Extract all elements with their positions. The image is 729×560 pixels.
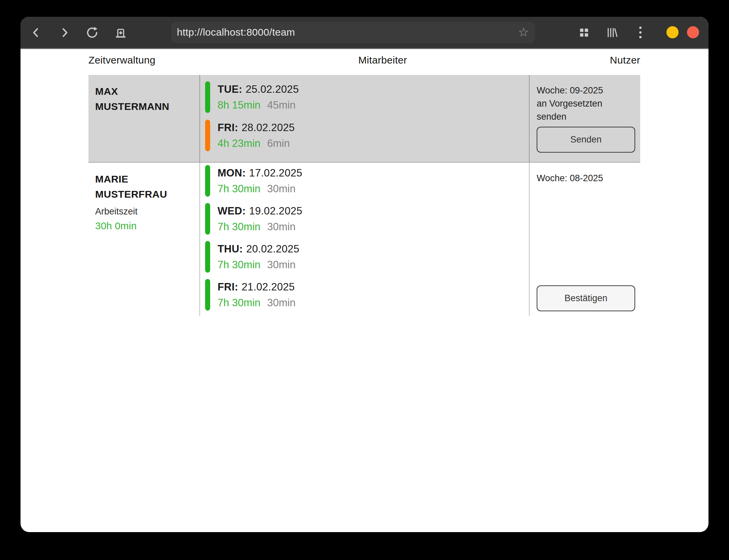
entry-date: 17.02.2025: [249, 167, 302, 179]
new-tab-button[interactable]: [113, 25, 128, 40]
employee-name: MARIE: [95, 171, 196, 187]
address-bar[interactable]: http://localhost:8000/team ☆: [171, 22, 535, 43]
back-icon: [30, 26, 42, 39]
entry-date: 28.02.2025: [241, 122, 295, 133]
forward-button[interactable]: [57, 25, 72, 40]
time-entry: FRI:21.02.2025 7h 30min30min: [205, 279, 529, 311]
browser-toolbar: http://localhost:8000/team ☆: [21, 17, 708, 49]
employee-name: MAX: [95, 84, 196, 99]
table-row-max-mustermann: MAX MUSTERMANN TUE:25.02.2025 8h 15min45…: [88, 75, 640, 163]
entry-worked-time: 7h 30min: [218, 259, 261, 271]
library-icon: [606, 27, 618, 39]
entry-date: 25.02.2025: [246, 83, 299, 95]
entry-day: WED:: [218, 205, 246, 217]
time-entries-cell: MON:17.02.2025 7h 30min30min WED:19.02.2…: [199, 163, 530, 316]
close-button[interactable]: [687, 26, 699, 38]
week-label: Woche: 09-2025: [537, 84, 635, 97]
worktime-value: 30h 0min: [95, 220, 196, 232]
new-tab-icon: [114, 26, 127, 39]
entry-worked-time: 7h 30min: [218, 297, 261, 309]
time-entry: MON:17.02.2025 7h 30min30min: [205, 165, 529, 197]
bestaetigen-button[interactable]: Bestätigen: [537, 285, 635, 311]
entry-pause-time: 30min: [267, 297, 296, 309]
library-button[interactable]: [604, 25, 620, 40]
time-entry: TUE:25.02.2025 8h 15min45min: [205, 81, 529, 113]
entry-pause-time: 30min: [267, 183, 296, 195]
entry-worked-time: 7h 30min: [218, 183, 261, 195]
entry-date: 20.02.2025: [246, 243, 299, 255]
status-bar-green: [205, 279, 210, 311]
week-label: Woche: 08-2025: [537, 172, 635, 185]
time-entry: WED:19.02.2025 7h 30min30min: [205, 203, 529, 235]
entry-day: FRI:: [218, 122, 238, 133]
entry-date: 19.02.2025: [249, 205, 302, 217]
page-content: Zeitverwaltung Mitarbeiter Nutzer MAX MU…: [21, 49, 708, 316]
forward-icon: [58, 26, 71, 39]
minimize-button[interactable]: [666, 26, 679, 38]
top-nav: Zeitverwaltung Mitarbeiter Nutzer: [88, 52, 640, 68]
back-button[interactable]: [28, 25, 44, 40]
url-text: http://localhost:8000/team: [177, 27, 295, 38]
grid-icon: [580, 29, 588, 37]
worktime-label: Arbeitszeit: [95, 206, 196, 217]
entry-day: MON:: [218, 167, 246, 179]
status-bar-orange: [205, 120, 210, 151]
entry-date: 21.02.2025: [241, 281, 295, 293]
time-entry: THU:20.02.2025 7h 30min30min: [205, 241, 529, 273]
entry-day: THU:: [218, 243, 243, 255]
bookmark-star-icon[interactable]: ☆: [518, 26, 529, 38]
nav-item-nutzer[interactable]: Nutzer: [610, 54, 640, 66]
employee-name-cell: MAX MUSTERMANN: [88, 75, 199, 162]
entry-pause-time: 30min: [267, 259, 296, 271]
senden-button[interactable]: Senden: [537, 127, 635, 153]
entry-pause-time: 6min: [267, 137, 290, 149]
entry-pause-time: 45min: [267, 99, 296, 111]
menu-button[interactable]: [632, 25, 648, 40]
week-cell: Woche: 09-2025 an Vorgesetzten senden Se…: [530, 75, 640, 162]
entry-day: TUE:: [218, 83, 242, 95]
table-row-marie-musterfrau: MARIE MUSTERFRAU Arbeitszeit 30h 0min MO…: [88, 163, 640, 316]
entry-worked-time: 8h 15min: [218, 99, 261, 111]
employee-name-cell: MARIE MUSTERFRAU Arbeitszeit 30h 0min: [88, 163, 199, 316]
time-entries-cell: TUE:25.02.2025 8h 15min45min FRI:28.02.2…: [199, 75, 530, 162]
entry-worked-time: 7h 30min: [218, 221, 261, 233]
entry-worked-time: 4h 23min: [218, 137, 261, 149]
browser-window: http://localhost:8000/team ☆ Zeitverwalt…: [21, 17, 708, 532]
reload-icon: [85, 26, 99, 39]
page-title: Zeitverwaltung: [88, 54, 155, 66]
extensions-grid-button[interactable]: [576, 25, 592, 40]
reload-button[interactable]: [84, 25, 100, 40]
status-bar-green: [205, 165, 210, 197]
employee-table: MAX MUSTERMANN TUE:25.02.2025 8h 15min45…: [88, 75, 640, 316]
status-bar-green: [205, 203, 210, 235]
status-bar-green: [205, 241, 210, 273]
status-bar-green: [205, 81, 210, 113]
time-entry: FRI:28.02.2025 4h 23min6min: [205, 120, 529, 151]
menu-kebab-icon: [639, 27, 642, 38]
entry-pause-time: 30min: [267, 221, 296, 233]
entry-day: FRI:: [218, 281, 238, 293]
week-cell: Woche: 08-2025 Bestätigen: [530, 163, 640, 316]
nav-item-mitarbeiter[interactable]: Mitarbeiter: [358, 54, 407, 66]
